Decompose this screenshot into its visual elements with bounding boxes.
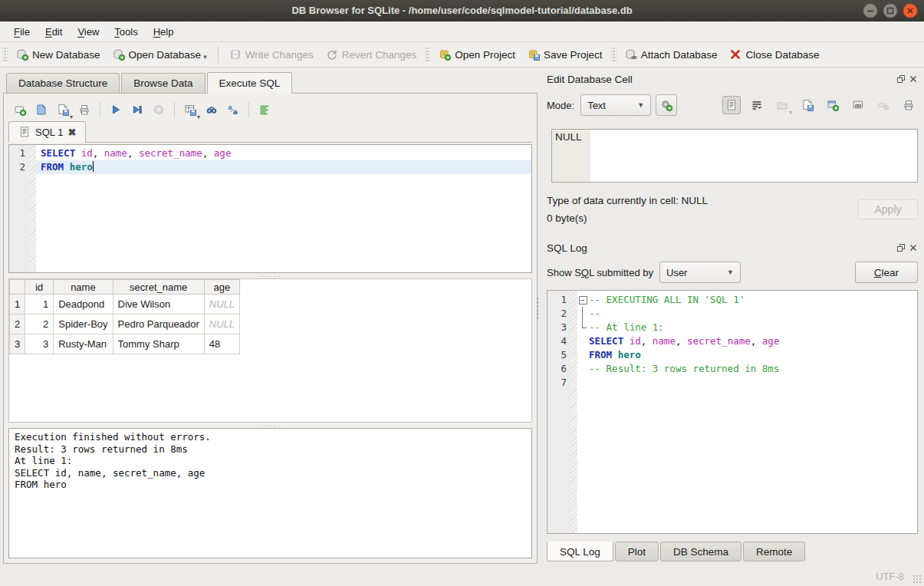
cell[interactable]: Pedro Parqueador — [113, 314, 204, 334]
cell[interactable]: NULL — [204, 295, 239, 314]
cell[interactable]: Tommy Sharp — [113, 334, 204, 354]
log-line: -- EXECUTING ALL IN 'SQL 1' — [577, 293, 917, 307]
column-header-age[interactable]: age — [204, 280, 239, 295]
column-header-secret_name[interactable]: secret_name — [113, 280, 204, 295]
row-number[interactable]: 3 — [10, 334, 25, 354]
dock-tab-plot[interactable]: Plot — [615, 542, 659, 561]
cell[interactable]: 48 — [204, 334, 239, 354]
copy-cell-link-button[interactable] — [849, 96, 867, 114]
sql-tab[interactable]: SQL 1 ✖ — [8, 121, 86, 143]
auto-switch-mode-button[interactable] — [656, 94, 677, 116]
dock-close-button[interactable] — [908, 74, 918, 84]
export-cell-data-button[interactable] — [798, 96, 817, 114]
row-number[interactable]: 1 — [10, 295, 25, 314]
column-header-id[interactable]: id — [25, 280, 54, 295]
dropdown-caret-icon: ▾ — [197, 114, 200, 120]
cell[interactable]: Rusty-Man — [54, 334, 113, 354]
tab-database-structure[interactable]: Database Structure — [6, 73, 120, 93]
encoding-indicator[interactable]: UTF-8 — [876, 571, 904, 582]
mode-select[interactable]: Text ▼ — [580, 94, 651, 116]
dock-float-button[interactable] — [896, 74, 906, 84]
new-sql-tab-button[interactable] — [10, 100, 30, 120]
open-in-external-app-button[interactable] — [824, 96, 842, 114]
row-number-header[interactable] — [10, 280, 25, 295]
column-header-name[interactable]: name — [54, 280, 113, 295]
find-in-sql-button[interactable] — [202, 100, 222, 120]
dock-float-button[interactable] — [896, 243, 906, 253]
cell-value-editor[interactable]: NULL — [551, 129, 918, 183]
window-controls — [863, 3, 918, 18]
export-results-button[interactable]: ▾ — [180, 100, 200, 120]
sql-tab-label: SQL 1 — [35, 127, 63, 138]
mode-label: Mode: — [547, 100, 574, 111]
dock-tab-db-schema[interactable]: DB Schema — [660, 542, 742, 561]
chevron-down-icon: ▼ — [637, 101, 644, 109]
title-bar[interactable]: DB Browser for SQLite - /home/user/code/… — [0, 0, 924, 21]
sql-log-dock-title: SQL Log — [547, 241, 918, 255]
menu-edit[interactable]: Edit — [38, 23, 70, 41]
import-cell-data-button: ▾ — [773, 96, 791, 114]
dock-tab-bar: SQL LogPlotDB SchemaRemote — [547, 542, 918, 561]
fold-margin — [577, 362, 589, 376]
menu-view[interactable]: View — [70, 23, 107, 41]
cell[interactable]: NULL — [204, 314, 239, 334]
close-sql-tab-icon[interactable]: ✖ — [67, 127, 76, 138]
open-sql-file-button[interactable] — [31, 100, 51, 120]
save-project-button[interactable]: Save Project — [521, 45, 609, 64]
sql-code-line: SELECT id, name, secret_name, age — [36, 146, 531, 160]
maximize-button[interactable] — [883, 3, 898, 18]
save-sql-file-button[interactable]: ▾ — [53, 100, 73, 120]
log-filter-select[interactable]: User ▼ — [659, 262, 741, 283]
row-number[interactable]: 2 — [10, 314, 25, 334]
view-as-text-button[interactable] — [722, 96, 741, 114]
cell[interactable]: Dive Wilson — [113, 295, 204, 314]
clear-log-button[interactable]: Clear — [855, 262, 918, 283]
execution-message[interactable]: Execution finished without errors. Resul… — [8, 428, 532, 558]
print-cell-button[interactable] — [899, 96, 918, 114]
close-database-button[interactable]: Close Database — [723, 45, 825, 64]
dock-tab-remote[interactable]: Remote — [743, 542, 805, 561]
sql-code-editor[interactable]: 12 SELECT id, name, secret_name, ageFROM… — [8, 144, 532, 273]
toolbar-separator — [100, 102, 100, 117]
close-button[interactable] — [903, 3, 918, 18]
fold-marker-icon[interactable] — [577, 293, 589, 307]
attach-database-button[interactable]: Attach Database — [619, 45, 724, 64]
print-sql-button[interactable] — [74, 100, 94, 120]
word-wrap-cell-button[interactable] — [748, 96, 766, 114]
menu-file[interactable]: File — [6, 23, 38, 41]
cell[interactable]: 2 — [25, 314, 54, 334]
cell[interactable]: Deadpond — [54, 295, 113, 314]
toolbar-drag-handle[interactable] — [611, 47, 617, 62]
resize-grip-icon[interactable] — [912, 574, 922, 584]
splitter-editor-results[interactable]: ······ — [8, 273, 532, 278]
open-database-button[interactable]: Open Database▾ — [107, 45, 213, 64]
open-project-button[interactable]: Open Project — [432, 45, 521, 64]
line-number-gutter: 12 — [9, 145, 29, 272]
chevron-down-icon: ▼ — [727, 268, 734, 276]
minimize-button[interactable] — [863, 3, 878, 18]
cell[interactable]: 3 — [25, 334, 54, 354]
execute-current-line-button[interactable] — [127, 100, 147, 120]
toggle-word-wrap-button[interactable] — [255, 100, 275, 120]
toolbar-drag-handle[interactable] — [2, 47, 8, 62]
vertical-splitter[interactable] — [536, 297, 540, 320]
menu-help[interactable]: Help — [146, 23, 182, 41]
dock-close-button[interactable] — [908, 243, 918, 253]
menu-tools[interactable]: Tools — [107, 23, 145, 41]
format-sql-button[interactable]: aa — [223, 100, 243, 120]
cell[interactable]: Spider-Boy — [54, 314, 113, 334]
splitter-results-message[interactable]: ······ — [8, 423, 532, 428]
tab-browse-data[interactable]: Browse Data — [121, 73, 205, 93]
execute-sql-page: ▾▾aa SQL 1 ✖ 12 SELECT id, name, secret_… — [3, 93, 538, 564]
sql-log-view[interactable]: 1234567 -- EXECUTING ALL IN 'SQL 1'---- … — [547, 290, 918, 534]
sql-log-title: SQL Log — [547, 242, 587, 254]
tab-execute-sql[interactable]: Execute SQL — [207, 72, 293, 94]
apply-button[interactable]: Apply — [858, 199, 918, 219]
results-grid[interactable]: idnamesecret_nameage 11DeadpondDive Wils… — [8, 278, 532, 423]
new-database-button[interactable]: New Database — [10, 45, 107, 64]
cell[interactable]: 1 — [25, 295, 54, 314]
dock-tab-sql-log[interactable]: SQL Log — [547, 542, 613, 561]
main-tab-widget: Database StructureBrowse DataExecute SQL… — [0, 67, 541, 566]
toolbar-drag-handle[interactable] — [425, 47, 430, 62]
execute-all-button[interactable] — [106, 100, 126, 120]
